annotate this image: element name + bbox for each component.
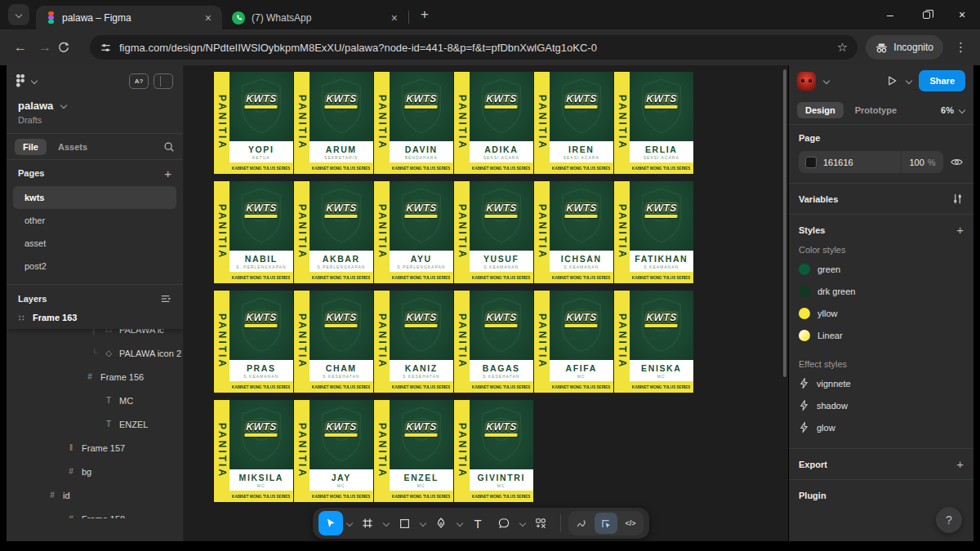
- page-color-swatch[interactable]: [805, 157, 817, 168]
- panitia-card[interactable]: PANITIA KWTS: [614, 181, 686, 283]
- avatar[interactable]: [797, 72, 816, 91]
- layer-item[interactable]: T MC: [7, 389, 183, 412]
- dev-mode-button[interactable]: </>: [619, 513, 642, 534]
- panitia-card[interactable]: PANITIA KWTS: [534, 72, 606, 174]
- layer-item[interactable]: └ ◇ PALAWA icon 2: [7, 341, 183, 365]
- panitia-card[interactable]: PANITIA KWTS: [214, 181, 286, 283]
- tab-file[interactable]: File: [15, 139, 47, 155]
- tab-prototype[interactable]: Prototype: [847, 102, 905, 118]
- new-tab-button[interactable]: +: [414, 4, 435, 25]
- chevron-down-icon[interactable]: [519, 521, 526, 527]
- page-item[interactable]: post2: [13, 255, 176, 278]
- effect-style-item[interactable]: glow: [799, 416, 964, 438]
- url-text[interactable]: figma.com/design/NPdteIIWSlOybkpmM8ExXU/…: [119, 42, 830, 54]
- share-button[interactable]: Share: [919, 70, 965, 91]
- browser-tab-figma[interactable]: palawa – Figma ×: [36, 6, 222, 29]
- panitia-card[interactable]: PANITIA KWTS: [614, 291, 686, 393]
- chevron-down-icon[interactable]: [60, 103, 67, 109]
- canvas-scrollbar[interactable]: [783, 69, 786, 377]
- annotate-mode-button[interactable]: [595, 513, 617, 534]
- frame-tool-button[interactable]: [355, 511, 380, 535]
- panitia-card[interactable]: PANITIA KWTS: [294, 181, 366, 283]
- reload-icon[interactable]: [57, 41, 82, 54]
- collapse-layers-icon[interactable]: [160, 294, 172, 304]
- move-tool-button[interactable]: [318, 511, 343, 535]
- color-style-item[interactable]: Linear: [799, 324, 964, 346]
- page-opacity-field[interactable]: 100 %: [901, 151, 943, 173]
- draw-mode-button[interactable]: [570, 513, 593, 534]
- panitia-card[interactable]: PANITIA KWTS: [454, 291, 526, 393]
- page-item[interactable]: other: [13, 209, 176, 232]
- effect-style-item[interactable]: vignnete: [799, 372, 964, 394]
- tab-design[interactable]: Design: [797, 102, 844, 118]
- tab-close-icon[interactable]: ×: [389, 11, 400, 24]
- panitia-card[interactable]: PANITIA KWTS: [374, 72, 446, 174]
- variables-row[interactable]: Variables: [789, 184, 973, 215]
- address-bar[interactable]: figma.com/design/NPdteIIWSlOybkpmM8ExXU/…: [90, 35, 858, 60]
- site-settings-icon[interactable]: [100, 42, 112, 54]
- panitia-card[interactable]: PANITIA KWTS: [374, 400, 446, 502]
- layer-item[interactable]: # Frame 158: [7, 507, 183, 518]
- tab-close-icon[interactable]: ×: [203, 11, 214, 24]
- color-style-item[interactable]: yllow: [799, 302, 964, 324]
- panitia-card[interactable]: PANITIA KWTS: [294, 72, 366, 174]
- page-item[interactable]: asset: [13, 232, 176, 255]
- add-export-icon[interactable]: +: [956, 457, 964, 471]
- panitia-card[interactable]: PANITIA KWTS: [534, 181, 606, 283]
- shape-tool-button[interactable]: [392, 511, 416, 535]
- help-button[interactable]: ?: [936, 507, 962, 533]
- layer-item[interactable]: T ENZEL: [7, 412, 183, 436]
- chevron-down-icon[interactable]: [822, 78, 830, 84]
- forward-icon[interactable]: →: [33, 40, 57, 55]
- panitia-card[interactable]: PANITIA KWTS: [374, 291, 446, 393]
- chevron-down-icon[interactable]: [419, 521, 426, 527]
- panitia-card[interactable]: PANITIA KWTS: [454, 181, 526, 283]
- panitia-card[interactable]: PANITIA KWTS: [214, 400, 286, 502]
- layer-frame-163[interactable]: ∷ Frame 163: [7, 306, 183, 329]
- chevron-down-icon[interactable]: [905, 78, 912, 84]
- panitia-card[interactable]: PANITIA KWTS: [214, 72, 286, 174]
- panitia-card[interactable]: PANITIA KWTS: [374, 181, 446, 283]
- project-name[interactable]: palawa: [18, 100, 53, 112]
- actions-button[interactable]: [528, 511, 553, 535]
- ai-search-icon[interactable]: A?: [129, 73, 149, 89]
- browser-tab-whatsapp[interactable]: (7) WhatsApp ×: [222, 6, 408, 29]
- add-style-icon[interactable]: +: [956, 223, 964, 237]
- effect-style-item[interactable]: shadow: [799, 394, 964, 416]
- text-tool-button[interactable]: T: [466, 511, 490, 535]
- variables-adjust-icon[interactable]: [951, 193, 964, 205]
- chevron-down-icon[interactable]: [345, 521, 353, 527]
- visibility-eye-icon[interactable]: [950, 157, 964, 167]
- panitia-card[interactable]: PANITIA KWTS: [614, 72, 686, 174]
- panitia-card[interactable]: PANITIA KWTS: [454, 400, 526, 502]
- present-play-icon[interactable]: [885, 74, 898, 87]
- panitia-card[interactable]: PANITIA KWTS: [294, 400, 366, 502]
- comment-tool-button[interactable]: [492, 511, 516, 535]
- layer-item[interactable]: # id: [7, 483, 183, 507]
- minimize-button[interactable]: –: [872, 0, 908, 29]
- panitia-card[interactable]: PANITIA KWTS: [534, 291, 606, 393]
- color-style-item[interactable]: drk green: [799, 280, 964, 302]
- pen-tool-button[interactable]: [429, 511, 453, 535]
- add-page-icon[interactable]: +: [164, 167, 172, 180]
- restore-button[interactable]: [908, 0, 944, 29]
- tab-assets[interactable]: Assets: [50, 139, 96, 155]
- chevron-down-icon[interactable]: [30, 78, 38, 84]
- panitia-card[interactable]: PANITIA KWTS: [454, 72, 526, 174]
- close-button[interactable]: ×: [944, 0, 980, 29]
- page-item[interactable]: kwts: [13, 186, 176, 209]
- panitia-card[interactable]: PANITIA KWTS: [294, 291, 366, 393]
- back-icon[interactable]: ←: [8, 40, 33, 55]
- layer-item[interactable]: # Frame 156: [7, 365, 183, 389]
- zoom-control[interactable]: 6%: [941, 105, 965, 115]
- page-color-control[interactable]: 161616 100 %: [799, 151, 943, 173]
- page-color-hex[interactable]: 161616: [823, 158, 901, 167]
- export-row[interactable]: Export +: [789, 449, 973, 480]
- color-style-item[interactable]: green: [799, 258, 964, 280]
- chevron-down-icon[interactable]: [382, 521, 390, 527]
- bookmark-star-icon[interactable]: ☆: [837, 40, 848, 55]
- tab-search-button[interactable]: [8, 4, 29, 25]
- browser-menu-icon[interactable]: ⋮: [950, 40, 972, 55]
- search-icon[interactable]: [163, 141, 175, 153]
- canvas[interactable]: PANITIA KWTS: [184, 65, 788, 541]
